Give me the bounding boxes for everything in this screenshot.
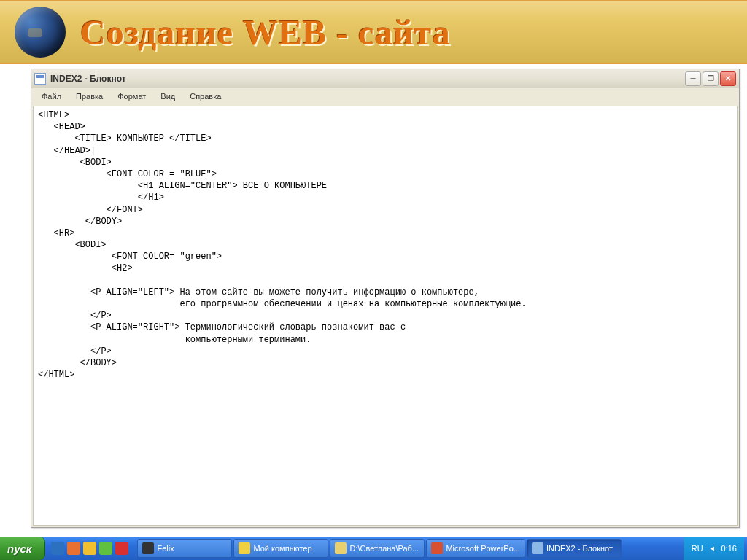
- start-button[interactable]: пуск: [0, 537, 45, 560]
- quick-launch-icon[interactable]: [51, 542, 64, 555]
- window-title: INDEX2 - Блокнот: [50, 74, 685, 84]
- taskbar-item[interactable]: Microsoft PowerPo...: [426, 539, 525, 558]
- menu-view[interactable]: Вид: [153, 90, 182, 103]
- start-label: пуск: [7, 542, 31, 555]
- close-button[interactable]: ✕: [720, 71, 736, 86]
- taskbar-item-label: D:\Светлана\Раб...: [349, 544, 419, 553]
- quick-launch-icon[interactable]: [83, 542, 96, 555]
- menu-format[interactable]: Формат: [110, 90, 153, 103]
- app-icon: [239, 542, 250, 554]
- quick-launch: [45, 542, 134, 555]
- app-icon: [431, 542, 443, 554]
- taskbar-item-label: Felix: [157, 544, 174, 553]
- maximize-button[interactable]: ❐: [703, 71, 719, 86]
- menu-edit[interactable]: Правка: [69, 90, 110, 103]
- slide-header: Создание WEB - сайта: [0, 0, 747, 64]
- quick-launch-icon[interactable]: [99, 542, 112, 555]
- taskbar-item-label: Мой компьютер: [253, 544, 311, 553]
- taskbar-item[interactable]: Felix: [137, 539, 232, 558]
- editor-textarea[interactable]: <HTML> <HEAD> <TITLE> КОМПЬЮТЕР </TITLE>…: [33, 106, 738, 526]
- menu-help[interactable]: Справка: [182, 90, 228, 103]
- tray-lang[interactable]: RU: [692, 544, 703, 553]
- app-icon: [142, 542, 154, 554]
- taskbar-item-label: Microsoft PowerPo...: [446, 544, 519, 553]
- taskbar: пуск FelixМой компьютерD:\Светлана\Раб..…: [0, 537, 747, 560]
- tray-arrow-icon[interactable]: ◄: [709, 545, 716, 552]
- globe-icon: [15, 7, 66, 58]
- notepad-icon: [34, 73, 46, 85]
- quick-launch-icon[interactable]: [115, 542, 128, 555]
- menu-file[interactable]: Файл: [34, 90, 69, 103]
- slide-title: Создание WEB - сайта: [80, 12, 451, 52]
- quick-launch-icon[interactable]: [67, 542, 80, 555]
- tray-clock[interactable]: 0:16: [721, 544, 737, 553]
- taskbar-item-label: INDEX2 - Блокнот: [546, 544, 613, 553]
- taskbar-item[interactable]: INDEX2 - Блокнот: [527, 539, 622, 558]
- menu-bar: Файл Правка Формат Вид Справка: [31, 88, 739, 104]
- notepad-window: INDEX2 - Блокнот ─ ❐ ✕ Файл Правка Форма…: [31, 69, 740, 528]
- task-items: FelixМой компьютерD:\Светлана\Раб...Micr…: [134, 537, 683, 560]
- minimize-button[interactable]: ─: [685, 71, 701, 86]
- window-titlebar[interactable]: INDEX2 - Блокнот ─ ❐ ✕: [31, 69, 739, 88]
- taskbar-item[interactable]: D:\Светлана\Раб...: [330, 539, 425, 558]
- app-icon: [532, 542, 543, 554]
- taskbar-item[interactable]: Мой компьютер: [233, 539, 328, 558]
- system-tray[interactable]: RU ◄ 0:16: [684, 537, 744, 560]
- app-icon: [335, 542, 347, 554]
